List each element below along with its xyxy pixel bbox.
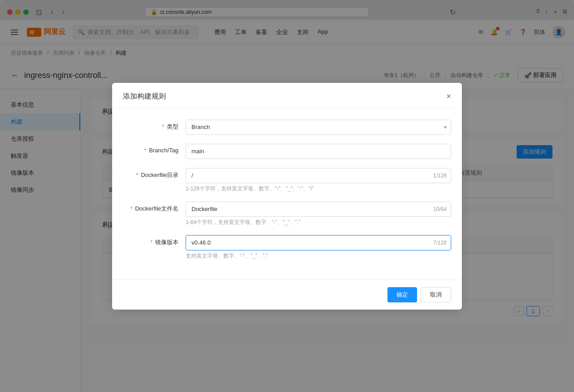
dockerfile-dir-label: * Dockerfile目录 xyxy=(123,168,186,179)
image-version-input[interactable] xyxy=(186,235,451,250)
dockerfile-dir-hint: 1-128个字符，支持英文字母、数字、"-"、"_"、"."、"/" xyxy=(186,185,451,193)
add-build-rule-modal: 添加构建规则 × * 类型 Branch Tag ▾ xyxy=(112,83,462,310)
branch-required-star: * xyxy=(144,147,147,154)
imgver-required-star: * xyxy=(150,239,152,246)
image-version-form-row: * 镜像版本 7/128 支持英文字母、数字、"-"、"_"、"." xyxy=(123,235,451,260)
dockername-required-star: * xyxy=(130,205,133,212)
type-select-wrapper: Branch Tag ▾ xyxy=(186,120,451,135)
dockerfile-dir-counter: 1/128 xyxy=(433,172,447,179)
type-select[interactable]: Branch Tag xyxy=(186,120,451,135)
dockerfile-name-counter: 10/64 xyxy=(433,206,447,212)
dockerfile-name-control: 10/64 1-64个字符，支持英文字母、数字、"-"、"_"、"." xyxy=(186,202,451,226)
dockerfile-name-input[interactable] xyxy=(186,202,451,217)
dockerfile-name-hint: 1-64个字符，支持英文字母、数字、"-"、"_"、"." xyxy=(186,219,451,226)
dockerfile-dir-input-wrapper: 1/128 xyxy=(186,168,451,183)
branch-tag-control xyxy=(186,144,451,159)
image-version-hint: 支持英文字母、数字、"-"、"_"、"." xyxy=(186,252,451,260)
dockerfile-dir-input[interactable] xyxy=(186,168,451,183)
image-version-counter: 7/128 xyxy=(433,240,447,246)
modal-title: 添加构建规则 xyxy=(123,92,166,101)
dockerfile-name-input-wrapper: 10/64 xyxy=(186,202,451,217)
modal-footer: 确定 取消 xyxy=(112,280,462,310)
type-control: Branch Tag ▾ xyxy=(186,120,451,135)
type-required-star: * xyxy=(162,123,164,130)
cancel-btn[interactable]: 取消 xyxy=(421,287,451,302)
modal-close-btn[interactable]: × xyxy=(446,92,451,100)
confirm-btn[interactable]: 确定 xyxy=(387,287,417,302)
branch-tag-input[interactable] xyxy=(186,144,451,159)
image-version-label: * 镜像版本 xyxy=(123,235,186,246)
dockerfile-name-form-row: * Dockerfile文件名 10/64 1-64个字符，支持英文字母、数字、… xyxy=(123,202,451,226)
modal-body: * 类型 Branch Tag ▾ * Bran xyxy=(112,109,462,280)
type-label: * 类型 xyxy=(123,120,186,131)
branch-tag-form-row: * Branch/Tag xyxy=(123,144,451,159)
image-version-input-wrapper: 7/128 xyxy=(186,235,451,250)
modal-overlay: 添加构建规则 × * 类型 Branch Tag ▾ xyxy=(0,0,574,392)
dockerfile-dir-control: 1/128 1-128个字符，支持英文字母、数字、"-"、"_"、"."、"/" xyxy=(186,168,451,193)
dockerfile-name-label: * Dockerfile文件名 xyxy=(123,202,186,213)
type-form-row: * 类型 Branch Tag ▾ xyxy=(123,120,451,135)
branch-tag-label: * Branch/Tag xyxy=(123,144,186,154)
dockerdir-required-star: * xyxy=(136,172,139,178)
image-version-control: 7/128 支持英文字母、数字、"-"、"_"、"." xyxy=(186,235,451,260)
dockerfile-dir-form-row: * Dockerfile目录 1/128 1-128个字符，支持英文字母、数字、… xyxy=(123,168,451,193)
modal-header: 添加构建规则 × xyxy=(112,83,462,109)
